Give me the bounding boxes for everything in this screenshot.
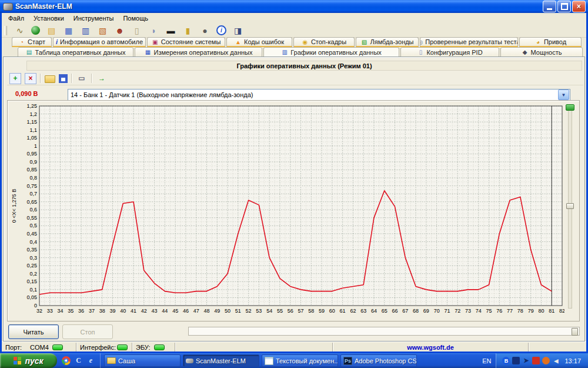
menu-item-инструменты[interactable]: Инструменты [69,14,118,23]
wgsoft-link[interactable]: www.wgsoft.de [407,344,454,351]
bluetooth-icon[interactable]: B [502,357,510,364]
svg-text:0,95: 0,95 [26,151,37,157]
svg-text:40: 40 [120,308,126,314]
menu-bar: ФайлУстановкиИнструментыПомощь [2,13,588,24]
minimize-button[interactable] [543,1,556,12]
toolbar-grip [4,26,7,35]
title-bar[interactable]: ScanMaster-ELM × [0,0,588,13]
svg-text:46: 46 [183,308,189,314]
monitor-icon[interactable]: ▬ [165,25,176,36]
current-value: 0,090 В [15,90,62,100]
svg-text:54: 54 [266,308,272,314]
user-icon[interactable]: ☻ [114,25,125,36]
close-button[interactable]: × [572,1,586,12]
chrome-icon[interactable] [62,356,71,365]
battery-icon[interactable]: ▮ [182,25,193,36]
tab-старт[interactable]: ◔Старт [12,37,52,47]
tab-измерения-оперативных-данных[interactable]: ▦Измерения оперативных данных [135,47,262,57]
task-adobe-photoshop-cs6[interactable]: PsAdobe Photoshop CS6 [340,354,417,367]
svg-text:0,35: 0,35 [26,247,37,253]
restore-button[interactable] [557,1,571,12]
svg-text:82: 82 [559,308,564,314]
remove-graph-icon[interactable]: × [25,73,36,84]
task-scanmaster-elm[interactable]: ScanMaster-ELM [183,354,259,367]
tab-конфигурация-pid[interactable]: ▯Конфигурация PID [400,47,499,57]
shield-icon[interactable] [542,357,550,364]
pid-select-value: 14 - Банк 1 - Датчик 1 (Выходное напряже… [68,91,558,98]
svg-text:56: 56 [288,308,293,314]
tab-мощность[interactable]: ◆Мощность [500,47,583,57]
exit-icon[interactable]: ◨ [232,25,243,36]
clipboard-icon[interactable]: ▯ [131,25,142,36]
stop-button[interactable]: Стоп [62,324,113,339]
task-текстовый-докумен...[interactable]: Текстовый докумен... [262,354,338,367]
photoshop-icon: Ps [343,357,352,365]
tab-проверенные-результаты-теста[interactable]: ◎Проверенные результаты теста [420,37,518,47]
svg-text:0,9: 0,9 [29,159,37,165]
menu-item-установки[interactable]: Установки [29,14,68,23]
ie-icon[interactable]: e [86,356,95,365]
pointer-icon[interactable]: ➤ [522,357,530,364]
globe-icon[interactable] [31,26,40,35]
sphere-icon[interactable]: ● [199,25,211,36]
svg-text:48: 48 [203,308,209,314]
tab-привод[interactable]: ◕Привод [519,37,582,47]
svg-text:81: 81 [549,308,554,314]
export-icon[interactable]: → [96,73,108,84]
opera-icon[interactable]: C [74,356,83,365]
chart-icon[interactable]: ▥ [80,25,91,36]
vslider-top-handle[interactable] [566,104,574,111]
report-icon[interactable]: ▤ [46,25,57,36]
print-icon[interactable]: ▭ [76,73,88,84]
svg-text:1,15: 1,15 [26,119,37,125]
toolbar-separator [91,74,92,83]
ecu-segment: ЭБУ: [132,343,175,352]
tab-состояние-системы[interactable]: ▣Состояние системы [147,37,225,47]
svg-text:65: 65 [382,308,387,314]
task-саша[interactable]: Саша [104,354,181,367]
info-icon[interactable]: i [216,25,226,35]
tab-таблица-оперативных-данных[interactable]: ▤Таблица оперативных данных [18,47,133,57]
tab-графики-оперативных-данных[interactable]: ▥Графики оперативных данных [263,47,399,57]
connect-icon[interactable]: ∿ [14,25,25,36]
menu-item-файл[interactable]: Файл [4,14,28,23]
svg-text:51: 51 [235,308,241,314]
toolbar-separator [40,74,41,83]
svg-text:73: 73 [465,308,471,314]
language-indicator[interactable]: EN [477,357,496,364]
hslider-thumb[interactable] [572,328,578,336]
gallery-icon[interactable]: ▧ [97,25,108,36]
start-button[interactable]: пуск [0,353,57,368]
svg-text:37: 37 [89,308,95,314]
save-icon[interactable] [59,74,68,83]
menu-item-помощь[interactable]: Помощь [119,14,152,23]
svg-text:79: 79 [528,308,534,314]
chevron-down-icon[interactable]: ▼ [558,89,569,100]
tab-стоп-кадры[interactable]: ◉Стоп-кадры [293,37,355,47]
data-table-icon: ▤ [25,49,32,56]
volume-icon[interactable]: ◀ [552,357,560,364]
tab-коды-ошибок[interactable]: ▲Коды ошибок [226,37,292,47]
open-folder-icon[interactable] [45,75,55,83]
read-button[interactable]: Читать [8,324,59,339]
add-graph-icon[interactable]: + [9,73,21,84]
svg-text:45: 45 [172,308,178,314]
chat-icon[interactable]: ◗ [148,25,159,36]
scanmaster-icon [186,359,193,363]
tab-лямбда-зонды[interactable]: ▧Лямбда-зонды [356,37,419,47]
svg-text:34: 34 [58,308,64,314]
svg-text:77: 77 [507,308,513,314]
task-label: ScanMaster-ELM [196,357,246,364]
update-icon[interactable] [532,357,540,364]
usb-icon[interactable] [512,357,520,364]
table-icon[interactable]: ▦ [63,25,74,36]
data-measure-icon: ▦ [145,49,152,56]
vslider-thumb[interactable] [566,203,574,209]
svg-text:64: 64 [371,308,377,314]
tab-информация-о-автомобиле[interactable]: iИнформация о автомобиле [53,37,146,47]
svg-text:0,65: 0,65 [26,199,37,205]
chart-horizontal-slider[interactable] [188,327,580,336]
panel-title: Графики оперативных данных (Режим 01) [26,61,582,71]
pid-select[interactable]: 14 - Банк 1 - Датчик 1 (Выходное напряже… [68,89,570,101]
graph-toolbar: +×▭→ [7,72,583,85]
